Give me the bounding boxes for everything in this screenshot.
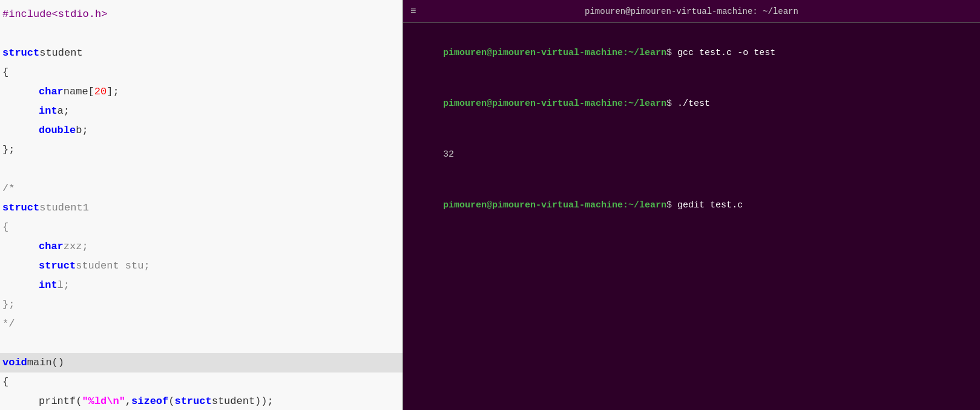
code-line: char zxz; <box>0 237 403 256</box>
code-line: void main() <box>0 353 403 373</box>
code-token: }; <box>2 140 15 160</box>
code-token: void <box>2 353 27 373</box>
code-token: main() <box>27 353 64 373</box>
code-token: l; <box>58 276 70 295</box>
terminal-body[interactable]: pimouren@pimouren-virtual-machine:~/lear… <box>403 23 980 410</box>
code-token: , <box>125 392 131 410</box>
code-token: int <box>39 102 58 121</box>
terminal-line: pimouren@pimouren-virtual-machine:~/lear… <box>410 79 973 129</box>
terminal-line: pimouren@pimouren-virtual-machine:~/lear… <box>410 28 973 79</box>
code-line: */ <box>0 314 403 334</box>
code-token: { <box>2 373 8 392</box>
terminal-window: ≡ pimouren@pimouren-virtual-machine: ~/l… <box>403 0 980 410</box>
terminal-titlebar: ≡ pimouren@pimouren-virtual-machine: ~/l… <box>403 0 980 23</box>
code-token: printf( <box>39 392 82 410</box>
terminal-prompt: pimouren@pimouren-virtual-machine <box>443 99 623 109</box>
code-token: #include<stdio.h> <box>2 5 107 24</box>
terminal-dollar: $ <box>666 48 672 58</box>
code-token: b; <box>76 121 88 140</box>
code-editor: #include<stdio.h> struct student { char … <box>0 0 403 410</box>
code-line: struct student stu; <box>0 256 403 276</box>
code-token: ]; <box>107 82 119 102</box>
terminal-command: gcc test.c -o test <box>672 48 775 58</box>
terminal-prompt: pimouren@pimouren-virtual-machine <box>443 200 623 210</box>
code-token: struct <box>2 44 39 63</box>
terminal-path: :~/learn <box>623 200 666 210</box>
terminal-dollar: $ <box>666 200 672 210</box>
code-area: #include<stdio.h> struct student { char … <box>0 0 403 410</box>
code-token: struct <box>39 256 76 276</box>
code-token: struct <box>2 198 39 218</box>
terminal-prompt: pimouren@pimouren-virtual-machine <box>443 48 623 58</box>
code-line: { <box>0 373 403 392</box>
code-token: ( <box>168 392 174 410</box>
code-line: int a; <box>0 102 403 121</box>
code-line <box>0 334 403 353</box>
code-token: { <box>2 218 8 237</box>
terminal-path: :~/learn <box>623 48 666 58</box>
code-token: name[ <box>64 82 94 102</box>
code-line: }; <box>0 295 403 314</box>
code-token: char <box>39 237 64 256</box>
code-line: }; <box>0 140 403 160</box>
code-token: student stu; <box>76 256 150 276</box>
code-token: { <box>2 63 8 82</box>
code-line: printf("%ld\n",sizeof(struct student)); <box>0 392 403 410</box>
code-token: }; <box>2 295 15 314</box>
code-token: student)); <box>212 392 274 410</box>
code-token: char <box>39 82 64 102</box>
code-token: struct <box>174 392 211 410</box>
terminal-path: :~/learn <box>623 99 666 109</box>
code-token: 20 <box>94 82 107 102</box>
code-line <box>0 24 403 44</box>
code-token: */ <box>2 314 15 334</box>
terminal-line: pimouren@pimouren-virtual-machine:~/lear… <box>410 180 973 231</box>
code-line: struct student <box>0 44 403 63</box>
code-line <box>0 160 403 179</box>
code-line: double b; <box>0 121 403 140</box>
code-token: student1 <box>39 198 89 218</box>
code-line: struct student1 <box>0 198 403 218</box>
terminal-command: ./test <box>672 99 710 109</box>
code-line: #include<stdio.h> <box>0 5 403 24</box>
terminal-output-text: 32 <box>443 149 454 160</box>
terminal-dollar: $ <box>666 99 672 109</box>
code-line: char name[20]; <box>0 82 403 102</box>
code-line: { <box>0 218 403 237</box>
code-token: zxz; <box>64 237 88 256</box>
code-token: "%ld\n" <box>82 392 125 410</box>
code-token: int <box>39 276 58 295</box>
code-token: a; <box>58 102 70 121</box>
code-token: sizeof <box>131 392 168 410</box>
terminal-icon: ≡ <box>410 6 416 17</box>
terminal-output-line: 32 <box>410 129 973 180</box>
code-line: int l; <box>0 276 403 295</box>
terminal-title: pimouren@pimouren-virtual-machine: ~/lea… <box>585 7 798 16</box>
terminal-command: gedit test.c <box>672 200 743 210</box>
code-line: /* <box>0 179 403 198</box>
code-token: student <box>39 44 82 63</box>
code-token: /* <box>2 179 15 198</box>
code-token: double <box>39 121 76 140</box>
code-line: { <box>0 63 403 82</box>
